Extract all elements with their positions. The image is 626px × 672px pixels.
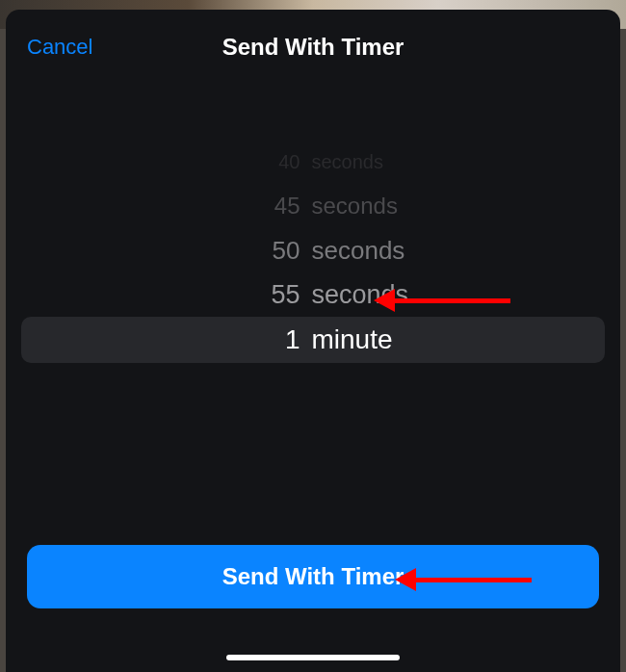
sheet-header: Cancel Send With Timer (6, 10, 620, 67)
annotation-arrow-icon (374, 289, 510, 312)
picker-option[interactable]: 55 seconds (6, 272, 620, 317)
picker-value: 55 (199, 280, 300, 310)
picker-unit: seconds (312, 151, 428, 173)
picker-value: 45 (199, 193, 300, 220)
picker-unit: seconds (312, 236, 428, 266)
annotation-arrow-icon (395, 568, 532, 591)
picker-option[interactable]: 50 seconds (6, 228, 620, 272)
picker-value: 1 (199, 324, 300, 355)
picker-value: 50 (199, 236, 300, 266)
home-indicator[interactable] (226, 655, 400, 660)
sheet-title: Send With Timer (222, 34, 404, 61)
cancel-button[interactable]: Cancel (27, 35, 92, 60)
timer-picker[interactable]: 40 seconds 45 seconds 50 seconds 55 seco… (6, 140, 620, 361)
picker-unit: seconds (312, 193, 428, 220)
picker-unit: minute (312, 324, 428, 355)
picker-option[interactable]: 45 seconds (6, 184, 620, 228)
picker-value: 40 (199, 151, 300, 173)
picker-option[interactable]: 40 seconds (6, 140, 620, 184)
picker-option-selected[interactable]: 1 minute (21, 317, 605, 363)
